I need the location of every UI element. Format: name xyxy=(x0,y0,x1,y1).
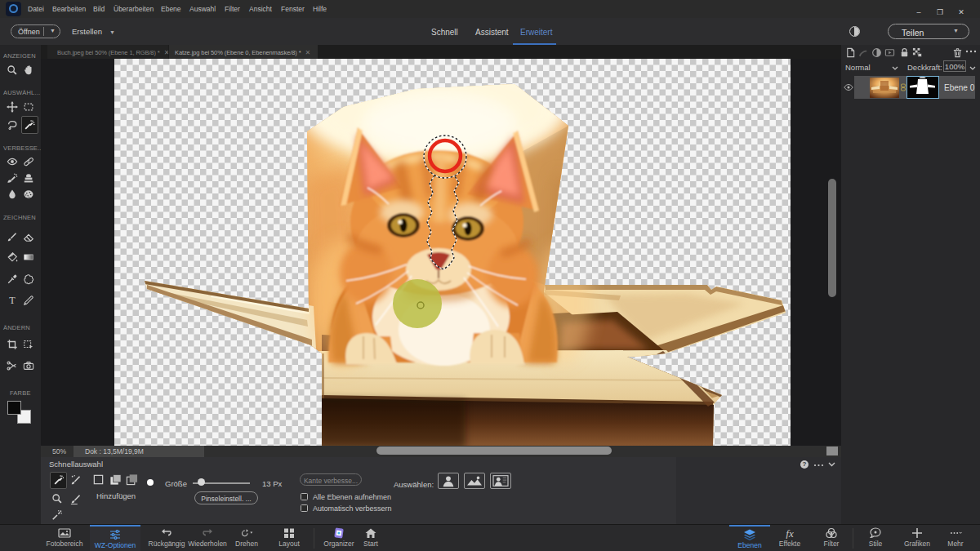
svg-text:fx: fx xyxy=(786,527,794,539)
svg-text:T: T xyxy=(9,295,16,306)
